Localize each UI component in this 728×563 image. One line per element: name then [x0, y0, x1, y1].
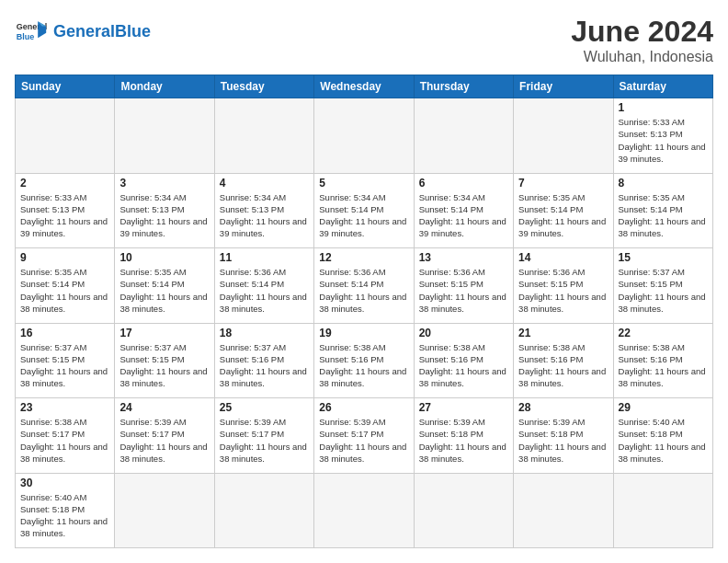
day-number: 15 — [619, 251, 708, 264]
calendar-week-row: 1Sunrise: 5:33 AM Sunset: 5:13 PM Daylig… — [16, 98, 713, 174]
day-number: 13 — [419, 251, 508, 264]
day-number: 6 — [419, 177, 508, 190]
day-info: Sunrise: 5:38 AM Sunset: 5:16 PM Dayligh… — [619, 341, 708, 390]
calendar-cell: 20Sunrise: 5:38 AM Sunset: 5:16 PM Dayli… — [414, 323, 513, 398]
day-number: 17 — [119, 327, 209, 339]
day-number: 22 — [619, 327, 708, 339]
calendar-cell: 8Sunrise: 5:35 AM Sunset: 5:14 PM Daylig… — [613, 173, 712, 248]
calendar-cell — [214, 473, 313, 548]
day-of-week-header: Saturday — [613, 75, 712, 98]
day-info: Sunrise: 5:34 AM Sunset: 5:13 PM Dayligh… — [220, 191, 309, 240]
calendar-cell — [414, 473, 513, 548]
day-number: 23 — [20, 401, 109, 414]
day-of-week-header: Sunday — [16, 75, 115, 98]
calendar-cell — [214, 98, 313, 174]
day-number: 18 — [220, 327, 309, 339]
calendar-cell: 17Sunrise: 5:37 AM Sunset: 5:15 PM Dayli… — [115, 323, 214, 398]
logo: General Blue GeneralBlue — [15, 15, 151, 48]
day-info: Sunrise: 5:36 AM Sunset: 5:14 PM Dayligh… — [319, 266, 408, 315]
day-info: Sunrise: 5:36 AM Sunset: 5:15 PM Dayligh… — [518, 266, 608, 315]
page: General Blue GeneralBlue June 2024 Wuluh… — [0, 0, 728, 563]
day-of-week-header: Wednesday — [314, 75, 414, 98]
calendar-cell — [314, 473, 414, 548]
day-info: Sunrise: 5:38 AM Sunset: 5:16 PM Dayligh… — [319, 341, 408, 390]
header: General Blue GeneralBlue June 2024 Wuluh… — [15, 15, 713, 65]
day-number: 21 — [518, 327, 608, 339]
calendar-cell: 23Sunrise: 5:38 AM Sunset: 5:17 PM Dayli… — [16, 398, 115, 474]
day-of-week-header: Monday — [115, 75, 214, 98]
calendar-week-row: 23Sunrise: 5:38 AM Sunset: 5:17 PM Dayli… — [16, 398, 713, 474]
calendar-cell: 2Sunrise: 5:33 AM Sunset: 5:13 PM Daylig… — [16, 173, 115, 248]
calendar-cell — [314, 98, 414, 174]
calendar-cell: 9Sunrise: 5:35 AM Sunset: 5:14 PM Daylig… — [16, 248, 115, 324]
day-info: Sunrise: 5:33 AM Sunset: 5:13 PM Dayligh… — [20, 191, 109, 240]
calendar-cell: 30Sunrise: 5:40 AM Sunset: 5:18 PM Dayli… — [16, 473, 115, 548]
calendar-cell: 15Sunrise: 5:37 AM Sunset: 5:15 PM Dayli… — [613, 248, 712, 324]
day-info: Sunrise: 5:37 AM Sunset: 5:15 PM Dayligh… — [619, 266, 708, 315]
calendar-cell: 12Sunrise: 5:36 AM Sunset: 5:14 PM Dayli… — [314, 248, 414, 324]
day-number: 27 — [419, 401, 508, 414]
day-info: Sunrise: 5:39 AM Sunset: 5:18 PM Dayligh… — [518, 416, 608, 465]
day-number: 14 — [518, 251, 608, 264]
day-info: Sunrise: 5:39 AM Sunset: 5:17 PM Dayligh… — [220, 416, 309, 465]
generalblue-logo-icon: General Blue — [15, 15, 48, 48]
day-number: 11 — [220, 251, 309, 264]
calendar-cell: 22Sunrise: 5:38 AM Sunset: 5:16 PM Dayli… — [613, 323, 712, 398]
calendar-cell: 27Sunrise: 5:39 AM Sunset: 5:18 PM Dayli… — [414, 398, 513, 474]
calendar-cell — [514, 98, 613, 174]
day-info: Sunrise: 5:35 AM Sunset: 5:14 PM Dayligh… — [119, 266, 209, 315]
calendar-week-row: 9Sunrise: 5:35 AM Sunset: 5:14 PM Daylig… — [16, 248, 713, 324]
calendar-cell — [414, 98, 513, 174]
calendar-cell: 25Sunrise: 5:39 AM Sunset: 5:17 PM Dayli… — [214, 398, 313, 474]
day-number: 4 — [220, 177, 309, 190]
calendar-cell — [115, 473, 214, 548]
calendar-cell — [514, 473, 613, 548]
day-number: 19 — [319, 327, 408, 339]
day-number: 26 — [319, 401, 408, 414]
calendar-cell: 4Sunrise: 5:34 AM Sunset: 5:13 PM Daylig… — [214, 173, 313, 248]
day-info: Sunrise: 5:39 AM Sunset: 5:17 PM Dayligh… — [119, 416, 209, 465]
day-number: 20 — [419, 327, 508, 339]
day-info: Sunrise: 5:40 AM Sunset: 5:18 PM Dayligh… — [20, 491, 109, 540]
day-info: Sunrise: 5:35 AM Sunset: 5:14 PM Dayligh… — [20, 266, 109, 315]
day-number: 25 — [220, 401, 309, 414]
calendar-cell: 11Sunrise: 5:36 AM Sunset: 5:14 PM Dayli… — [214, 248, 313, 324]
calendar-cell: 3Sunrise: 5:34 AM Sunset: 5:13 PM Daylig… — [115, 173, 214, 248]
title-section: June 2024 Wuluhan, Indonesia — [571, 15, 713, 65]
day-number: 3 — [119, 177, 209, 190]
day-info: Sunrise: 5:36 AM Sunset: 5:14 PM Dayligh… — [220, 266, 309, 315]
location: Wuluhan, Indonesia — [571, 49, 713, 65]
day-number: 10 — [119, 251, 209, 264]
calendar-cell: 14Sunrise: 5:36 AM Sunset: 5:15 PM Dayli… — [514, 248, 613, 324]
day-number: 7 — [518, 177, 608, 190]
day-info: Sunrise: 5:39 AM Sunset: 5:18 PM Dayligh… — [419, 416, 508, 465]
calendar-cell — [115, 98, 214, 174]
calendar-cell: 13Sunrise: 5:36 AM Sunset: 5:15 PM Dayli… — [414, 248, 513, 324]
day-number: 1 — [619, 101, 708, 114]
calendar-cell — [613, 473, 712, 548]
svg-text:Blue: Blue — [17, 32, 35, 41]
day-info: Sunrise: 5:39 AM Sunset: 5:17 PM Dayligh… — [319, 416, 408, 465]
day-info: Sunrise: 5:34 AM Sunset: 5:13 PM Dayligh… — [119, 191, 209, 240]
day-info: Sunrise: 5:35 AM Sunset: 5:14 PM Dayligh… — [619, 191, 708, 240]
day-number: 30 — [20, 477, 109, 489]
calendar-week-row: 2Sunrise: 5:33 AM Sunset: 5:13 PM Daylig… — [16, 173, 713, 248]
calendar-cell: 29Sunrise: 5:40 AM Sunset: 5:18 PM Dayli… — [613, 398, 712, 474]
day-info: Sunrise: 5:36 AM Sunset: 5:15 PM Dayligh… — [419, 266, 508, 315]
day-info: Sunrise: 5:34 AM Sunset: 5:14 PM Dayligh… — [319, 191, 408, 240]
day-number: 2 — [20, 177, 109, 190]
day-of-week-header: Friday — [514, 75, 613, 98]
calendar-cell: 21Sunrise: 5:38 AM Sunset: 5:16 PM Dayli… — [514, 323, 613, 398]
day-number: 24 — [119, 401, 209, 414]
day-info: Sunrise: 5:37 AM Sunset: 5:16 PM Dayligh… — [220, 341, 309, 390]
calendar-cell: 16Sunrise: 5:37 AM Sunset: 5:15 PM Dayli… — [16, 323, 115, 398]
logo-label: GeneralBlue — [53, 22, 151, 41]
day-number: 8 — [619, 177, 708, 190]
calendar-week-row: 30Sunrise: 5:40 AM Sunset: 5:18 PM Dayli… — [16, 473, 713, 548]
calendar-cell: 10Sunrise: 5:35 AM Sunset: 5:14 PM Dayli… — [115, 248, 214, 324]
calendar-table: SundayMondayTuesdayWednesdayThursdayFrid… — [15, 75, 713, 548]
day-info: Sunrise: 5:38 AM Sunset: 5:16 PM Dayligh… — [518, 341, 608, 390]
calendar-cell: 5Sunrise: 5:34 AM Sunset: 5:14 PM Daylig… — [314, 173, 414, 248]
day-number: 16 — [20, 327, 109, 339]
day-number: 5 — [319, 177, 408, 190]
